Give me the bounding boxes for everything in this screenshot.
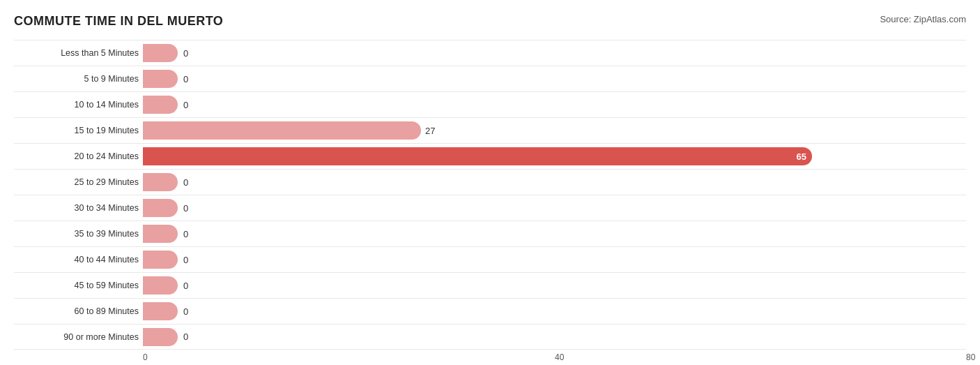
bar-value: 27: [425, 126, 435, 136]
bar-label: 25 to 29 Minutes: [14, 177, 143, 187]
bar-label: 5 to 9 Minutes: [14, 74, 143, 84]
bar-track: 0: [143, 173, 966, 191]
bar-track: 0: [143, 96, 966, 114]
bar-row: 30 to 34 Minutes0: [14, 195, 966, 221]
chart-container: COMMUTE TIME IN DEL MUERTO Source: ZipAt…: [0, 7, 980, 365]
bar-track: 65: [143, 147, 966, 165]
bar-fill-zero: [143, 276, 178, 295]
bar-track: 0: [143, 302, 966, 320]
x-axis: 04080: [143, 352, 966, 365]
x-axis-tick: 80: [966, 352, 975, 362]
bar-value: 0: [183, 281, 188, 291]
chart-area: Less than 5 Minutes05 to 9 Minutes010 to…: [14, 40, 966, 350]
chart-source: Source: ZipAtlas.com: [880, 14, 966, 24]
bar-fill-zero: [143, 302, 178, 320]
bar-value: 0: [183, 332, 188, 342]
bar-fill-zero: [143, 199, 178, 217]
bar-label: 35 to 39 Minutes: [14, 229, 143, 239]
bar-fill-zero: [143, 251, 178, 269]
bar-value: 0: [183, 203, 188, 214]
bar-fill-zero: [143, 44, 178, 62]
bar-row: 45 to 59 Minutes0: [14, 272, 966, 298]
bar-fill: 65: [143, 147, 812, 165]
chart-header: COMMUTE TIME IN DEL MUERTO Source: ZipAt…: [14, 14, 966, 29]
bar-fill-zero: [143, 96, 178, 114]
bar-row: 20 to 24 Minutes65: [14, 143, 966, 169]
bar-fill-zero: [143, 328, 178, 346]
bar-track: 0: [143, 251, 966, 269]
bar-track: 0: [143, 199, 966, 217]
bar-value: 0: [183, 177, 188, 188]
chart-title: COMMUTE TIME IN DEL MUERTO: [14, 14, 223, 29]
bar-label: 20 to 24 Minutes: [14, 151, 143, 161]
bar-row: 10 to 14 Minutes0: [14, 91, 966, 117]
bar-value: 0: [183, 100, 188, 110]
bar-label: 15 to 19 Minutes: [14, 126, 143, 135]
bar-value: 0: [183, 306, 188, 317]
bar-fill-zero: [143, 70, 178, 88]
bar-track: 27: [143, 121, 966, 140]
bar-track: 0: [143, 70, 966, 88]
bar-label: 30 to 34 Minutes: [14, 203, 143, 213]
bar-row: 60 to 89 Minutes0: [14, 298, 966, 324]
bar-row: 35 to 39 Minutes0: [14, 221, 966, 246]
bar-row: Less than 5 Minutes0: [14, 40, 966, 66]
x-axis-tick: 40: [555, 352, 564, 362]
bar-fill: 27: [143, 121, 421, 140]
bar-label: 60 to 89 Minutes: [14, 306, 143, 316]
bar-row: 5 to 9 Minutes0: [14, 66, 966, 91]
bar-track: 0: [143, 225, 966, 243]
bar-value: 0: [183, 229, 188, 239]
bar-label: 90 or more Minutes: [14, 332, 143, 342]
bar-value: 0: [183, 255, 188, 265]
bar-fill-zero: [143, 225, 178, 243]
bar-row: 40 to 44 Minutes0: [14, 246, 966, 272]
bar-fill-zero: [143, 173, 178, 191]
bar-row: 90 or more Minutes0: [14, 324, 966, 350]
bar-row: 25 to 29 Minutes0: [14, 169, 966, 195]
bar-label: 10 to 14 Minutes: [14, 100, 143, 110]
bar-row: 15 to 19 Minutes27: [14, 117, 966, 143]
bar-value: 0: [183, 48, 188, 59]
bar-track: 0: [143, 44, 966, 62]
bar-label: 45 to 59 Minutes: [14, 281, 143, 290]
bar-track: 0: [143, 276, 966, 295]
bar-label: Less than 5 Minutes: [14, 48, 143, 58]
bar-value: 0: [183, 74, 188, 84]
bar-value: 65: [797, 151, 806, 162]
bar-label: 40 to 44 Minutes: [14, 255, 143, 265]
x-axis-tick: 0: [143, 352, 148, 362]
bar-track: 0: [143, 328, 966, 346]
